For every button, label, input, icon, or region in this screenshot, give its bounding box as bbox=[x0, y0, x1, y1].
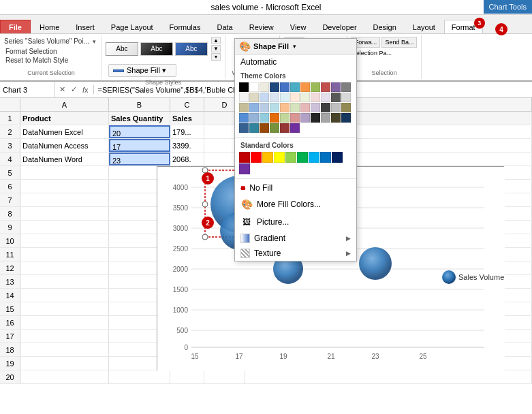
theme-color-swatch[interactable] bbox=[239, 113, 249, 123]
series-dropdown-btn[interactable]: ▾ bbox=[91, 38, 98, 45]
theme-color-swatch[interactable] bbox=[311, 103, 320, 112]
texture-item[interactable]: Texture ▶ bbox=[235, 246, 356, 261]
more-fill-item[interactable]: 🎨 More Fill Colors... bbox=[235, 195, 356, 213]
theme-color-swatch[interactable] bbox=[311, 93, 320, 102]
theme-color-swatch[interactable] bbox=[290, 103, 300, 112]
theme-color-swatch[interactable] bbox=[341, 103, 351, 112]
theme-color-swatch[interactable] bbox=[260, 123, 269, 133]
cell-a4[interactable]: DataNumen Word Repair bbox=[20, 153, 109, 165]
theme-color-swatch[interactable] bbox=[280, 123, 290, 133]
theme-color-swatch[interactable] bbox=[300, 82, 310, 92]
tab-layout[interactable]: Layout bbox=[405, 20, 443, 33]
theme-color-swatch[interactable] bbox=[290, 123, 300, 133]
theme-color-swatch[interactable] bbox=[341, 82, 351, 92]
theme-color-swatch[interactable] bbox=[321, 113, 330, 123]
cell-c2[interactable]: 179... bbox=[170, 125, 204, 138]
cell-c4[interactable]: 2068. bbox=[170, 153, 204, 165]
tab-review[interactable]: Review bbox=[242, 20, 281, 33]
reset-to-match-style-button[interactable]: Reset to Match Style bbox=[4, 56, 98, 65]
cell-b1[interactable]: Sales Quantity bbox=[109, 112, 170, 125]
standard-color-swatch[interactable] bbox=[274, 152, 285, 163]
tab-design[interactable]: Design bbox=[366, 20, 404, 33]
name-box[interactable]: Chart 3 bbox=[0, 82, 54, 97]
theme-color-swatch[interactable] bbox=[239, 93, 249, 102]
shape-style-2[interactable]: Abc bbox=[140, 42, 173, 56]
theme-color-swatch[interactable] bbox=[300, 103, 310, 112]
theme-color-swatch[interactable] bbox=[331, 113, 341, 123]
theme-color-swatch[interactable] bbox=[270, 123, 279, 133]
style-scroll-more[interactable]: ▾ bbox=[211, 53, 221, 61]
theme-color-swatch[interactable] bbox=[260, 82, 269, 92]
theme-color-swatch[interactable] bbox=[249, 93, 259, 102]
tab-developer[interactable]: Developer bbox=[315, 20, 364, 33]
automatic-item[interactable]: Automatic bbox=[235, 54, 356, 69]
cell-c1[interactable]: Sales Vo bbox=[170, 112, 204, 125]
theme-color-swatch[interactable] bbox=[239, 82, 249, 92]
standard-color-swatch[interactable] bbox=[320, 152, 331, 163]
theme-color-swatch[interactable] bbox=[270, 113, 279, 123]
selection-pane-btn[interactable]: Selection Pa... bbox=[351, 49, 392, 57]
backward-btn[interactable]: Send Ba... bbox=[381, 37, 417, 48]
theme-color-swatch[interactable] bbox=[331, 103, 341, 112]
picture-item[interactable]: 🖼 Picture... bbox=[235, 213, 356, 231]
cell-a3[interactable]: DataNumen Access Repair bbox=[20, 139, 109, 152]
theme-color-swatch[interactable] bbox=[321, 93, 330, 102]
theme-color-swatch[interactable] bbox=[270, 103, 279, 112]
theme-color-swatch[interactable] bbox=[260, 113, 269, 123]
tab-insert[interactable]: Insert bbox=[68, 20, 102, 33]
theme-color-swatch[interactable] bbox=[260, 103, 269, 112]
theme-color-swatch[interactable] bbox=[311, 113, 320, 123]
tab-data[interactable]: Data bbox=[209, 20, 240, 33]
tab-formulas[interactable]: Formulas bbox=[162, 20, 208, 33]
gradient-item[interactable]: Gradient ▶ bbox=[235, 231, 356, 246]
theme-color-swatch[interactable] bbox=[280, 103, 290, 112]
theme-color-swatch[interactable] bbox=[270, 82, 279, 92]
theme-color-swatch[interactable] bbox=[249, 82, 259, 92]
theme-color-swatch[interactable] bbox=[280, 93, 290, 102]
standard-color-swatch[interactable] bbox=[297, 152, 308, 163]
theme-color-swatch[interactable] bbox=[239, 103, 249, 112]
no-fill-item[interactable]: ■ No Fill bbox=[235, 180, 356, 195]
theme-color-swatch[interactable] bbox=[249, 123, 259, 133]
tab-format[interactable]: Format 3 bbox=[444, 20, 483, 33]
theme-color-swatch[interactable] bbox=[331, 93, 341, 102]
theme-color-swatch[interactable] bbox=[311, 82, 320, 92]
standard-color-swatch[interactable] bbox=[285, 152, 296, 163]
theme-color-swatch[interactable] bbox=[280, 82, 290, 92]
theme-color-swatch[interactable] bbox=[290, 93, 300, 102]
cell-c3[interactable]: 3399. bbox=[170, 139, 204, 152]
theme-color-swatch[interactable] bbox=[300, 93, 310, 102]
enter-formula-btn[interactable]: ✓ bbox=[69, 85, 79, 94]
tab-view[interactable]: View bbox=[283, 20, 314, 33]
theme-color-swatch[interactable] bbox=[249, 103, 259, 112]
shape-fill-button[interactable]: Shape Fill ▾ bbox=[108, 64, 176, 77]
tab-page-layout[interactable]: Page Layout bbox=[104, 20, 161, 33]
theme-color-swatch[interactable] bbox=[321, 82, 330, 92]
style-scroll-down[interactable]: ▼ bbox=[211, 45, 221, 52]
theme-color-swatch[interactable] bbox=[249, 113, 259, 123]
format-selection-button[interactable]: Format Selection bbox=[4, 47, 98, 56]
tab-home[interactable]: Home bbox=[32, 20, 67, 33]
shape-style-1[interactable]: Abc bbox=[106, 42, 138, 56]
theme-color-swatch[interactable] bbox=[260, 93, 269, 102]
standard-color-swatch[interactable] bbox=[262, 152, 273, 163]
cell-a1[interactable]: Product bbox=[20, 112, 109, 125]
standard-color-swatch[interactable] bbox=[239, 152, 250, 163]
cell-b2[interactable]: 20 bbox=[109, 125, 170, 138]
standard-color-swatch[interactable] bbox=[332, 152, 343, 163]
insert-function-btn[interactable]: fx bbox=[80, 86, 91, 94]
theme-color-swatch[interactable] bbox=[341, 93, 351, 102]
theme-color-swatch[interactable] bbox=[341, 113, 351, 123]
theme-color-swatch[interactable] bbox=[270, 93, 279, 102]
theme-color-swatch[interactable] bbox=[290, 82, 300, 92]
standard-color-swatch[interactable] bbox=[251, 152, 262, 163]
cell-a5[interactable] bbox=[20, 166, 109, 179]
theme-color-swatch[interactable] bbox=[321, 103, 330, 112]
cancel-formula-btn[interactable]: ✕ bbox=[57, 85, 67, 94]
cell-a2[interactable]: DataNumen Excel Repair bbox=[20, 125, 109, 138]
theme-color-swatch[interactable] bbox=[290, 113, 300, 123]
theme-color-swatch[interactable] bbox=[300, 113, 310, 123]
tab-file[interactable]: File bbox=[0, 20, 31, 33]
standard-color-swatch[interactable] bbox=[239, 163, 250, 174]
cell-b4[interactable]: 23 bbox=[109, 153, 170, 165]
